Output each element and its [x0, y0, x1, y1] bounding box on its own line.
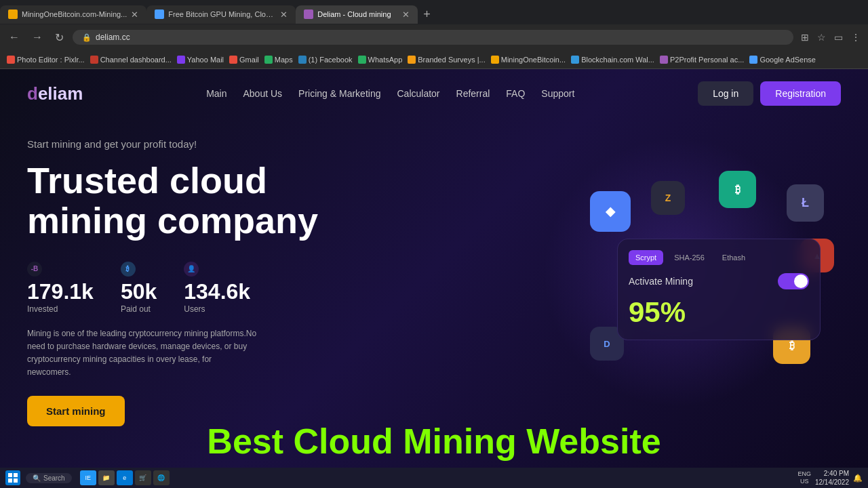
refresh-button[interactable]: ↻ [52, 30, 67, 45]
bookmark-yahoo[interactable]: Yahoo Mail [177, 56, 224, 64]
bookmark-p2profit[interactable]: P2Profit Personal ac... [660, 56, 744, 64]
nav-links: Main About Us Pricing & Marketing Calcul… [206, 88, 574, 99]
settings-icon[interactable]: ⋮ [849, 30, 863, 44]
bookmark-favicon [177, 56, 185, 64]
star-icon[interactable]: ☆ [815, 30, 828, 44]
bookmark-favicon [749, 56, 757, 64]
taskbar-search-text: Search [43, 474, 65, 482]
mining-card: Scrypt SHA-256 Ethash Activate Mining 95… [617, 239, 821, 340]
bookmarks-bar: Photo Editor : Pixlr... Channel dashboar… [0, 50, 868, 69]
tab-close-3[interactable]: ✕ [402, 9, 410, 20]
mining-tab-ethash[interactable]: Ethash [715, 250, 752, 265]
toolbar-icons: ⊞ ☆ ▭ ⋮ [799, 30, 863, 44]
start-mining-button[interactable]: Start mining [27, 396, 125, 426]
tab-favicon-2 [155, 9, 164, 19]
bookmark-youtube[interactable]: Channel dashboard... [90, 56, 172, 64]
mining-tabs: Scrypt SHA-256 Ethash [629, 250, 809, 265]
tab-close-2[interactable]: ✕ [280, 9, 288, 20]
bookmark-favicon [7, 56, 15, 64]
taskbar-search[interactable]: 🔍 Search [26, 473, 72, 483]
svg-rect-0 [8, 473, 12, 477]
logo-d: d [27, 83, 38, 104]
nav-faq[interactable]: FAQ [506, 88, 525, 99]
bookmark-favicon [358, 56, 366, 64]
stat-invested: -B 179.1k Invested [27, 262, 94, 314]
bookmark-blockchain[interactable]: Blockchain.com Wal... [571, 56, 654, 64]
register-button[interactable]: Registration [760, 81, 841, 106]
taskbar-app-edge[interactable]: e [117, 470, 133, 485]
taskbar-right: ENGUS 2:40 PM12/14/2022 🔔 [797, 469, 863, 487]
overlay-text: Best Cloud Mining Website [0, 422, 868, 461]
hero-description: Mining is one of the leading cryptocurre… [27, 327, 258, 380]
bookmark-favicon [264, 56, 273, 64]
bookmark-favicon [660, 56, 668, 64]
mining-toggle[interactable] [778, 273, 809, 289]
taskbar-app-store[interactable]: 🛒 [135, 470, 151, 485]
nav-main[interactable]: Main [206, 88, 226, 99]
stat-paidout: ₿ 50k Paid out [121, 262, 157, 314]
stat-label-users: Users [184, 304, 250, 314]
stat-users: 👤 134.6k Users [184, 262, 250, 314]
taskbar-notification-icon[interactable]: 🔔 [853, 474, 863, 483]
tab-title-3: Deliam - Cloud mining [317, 10, 391, 18]
bookmark-adsense[interactable]: Google AdSense [749, 56, 816, 64]
nav-referral[interactable]: Referral [456, 88, 490, 99]
mining-tab-sha[interactable]: SHA-256 [667, 250, 711, 265]
tab-title-1: MiningOneBitcoin.com-Mining... [22, 10, 127, 18]
bookmark-favicon [571, 56, 579, 64]
url-input[interactable]: 🔒 deliam.cc [73, 30, 793, 45]
bookmark-pixlr[interactable]: Photo Editor : Pixlr... [7, 56, 85, 64]
tab-favicon-3 [304, 9, 313, 19]
nav-about[interactable]: About Us [243, 88, 283, 99]
extensions-icon[interactable]: ⊞ [799, 30, 811, 44]
stat-icon-3: 👤 [184, 262, 199, 277]
taskbar-app-2[interactable]: 📁 [98, 470, 115, 485]
forward-button[interactable]: → [28, 30, 46, 45]
back-button[interactable]: ← [5, 30, 23, 45]
tab-title-2: Free Bitcoin GPU Mining, Cloud... [168, 10, 276, 18]
navbar: deliam Main About Us Pricing & Marketing… [0, 69, 868, 118]
stat-icon-1: -B [27, 262, 42, 277]
nav-pricing[interactable]: Pricing & Marketing [298, 88, 380, 99]
tab-favicon-1 [8, 9, 18, 19]
bookmark-maps[interactable]: Maps [264, 56, 293, 64]
bookmark-facebook[interactable]: (1) Facebook [298, 56, 353, 64]
mining-tab-scrypt[interactable]: Scrypt [629, 250, 663, 265]
stat-value-invested: 179.1k [27, 279, 94, 304]
tab-close-1[interactable]: ✕ [131, 9, 138, 20]
cast-icon[interactable]: ▭ [832, 30, 845, 44]
stat-value-paidout: 50k [121, 279, 157, 304]
svg-rect-3 [14, 479, 18, 483]
site-logo[interactable]: deliam [27, 83, 83, 104]
hero-subtitle: Start mining and get your profit today! [27, 138, 841, 150]
stat-icon-2: ₿ [121, 262, 136, 277]
btc-top-icon: ₿ [719, 171, 756, 208]
taskbar-datetime: 2:40 PM12/14/2022 [815, 469, 849, 487]
new-tab-button[interactable]: + [418, 7, 436, 22]
taskbar-app-1[interactable]: IE [80, 470, 96, 485]
browser-tab-3[interactable]: Deliam - Cloud mining ✕ [296, 5, 418, 24]
browser-tab-1[interactable]: MiningOneBitcoin.com-Mining... ✕ [0, 5, 146, 24]
nav-calculator[interactable]: Calculator [397, 88, 439, 99]
windows-start-button[interactable] [5, 470, 20, 485]
mining-label: Activate Mining [629, 276, 693, 287]
login-button[interactable]: Log in [698, 81, 753, 106]
bookmark-mining[interactable]: MiningOneBitcoin... [491, 56, 566, 64]
zcash-icon: Z [651, 181, 685, 215]
ltc-icon: Ł [787, 184, 824, 222]
bookmark-favicon [90, 56, 98, 64]
bookmark-whatsapp[interactable]: WhatsApp [358, 56, 403, 64]
taskbar-app-chrome[interactable]: 🌐 [153, 470, 170, 485]
tab-bar: MiningOneBitcoin.com-Mining... ✕ Free Bi… [0, 0, 868, 24]
bookmark-favicon [408, 56, 416, 64]
bookmark-gmail[interactable]: Gmail [229, 56, 259, 64]
hero-title: Trusted cloud mining company [27, 161, 400, 241]
taskbar: 🔍 Search IE 📁 e 🛒 🌐 ENGUS 2:40 PM12/14/2… [0, 468, 868, 488]
bookmark-surveys[interactable]: Branded Surveys |... [408, 56, 485, 64]
browser-tab-2[interactable]: Free Bitcoin GPU Mining, Cloud... ✕ [146, 5, 296, 24]
taskbar-apps: IE 📁 e 🛒 🌐 [80, 470, 795, 485]
stat-value-users: 134.6k [184, 279, 250, 304]
nav-support[interactable]: Support [541, 88, 574, 99]
hero-visual: ◆ Z ₿ Ł ▲ ₿ D Scrypt SHA-256 Ethash Acti… [576, 171, 834, 408]
mining-toggle-row: Activate Mining [629, 273, 809, 289]
